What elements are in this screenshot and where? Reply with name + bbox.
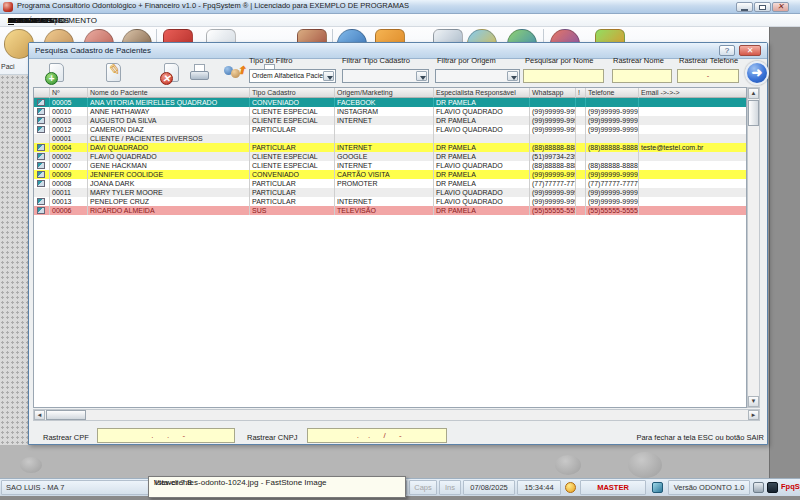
print-list-button[interactable] [187, 62, 213, 86]
table-row[interactable]: 00004DAVI QUADRADOPARTICULARINTERNETDR P… [34, 143, 746, 152]
toolbar-item-label: Paci [1, 63, 28, 70]
rastrear-cnpj-input[interactable]: . . / - [307, 428, 447, 443]
rastrear-cpf-label: Rastrear CPF [43, 433, 89, 442]
table-row[interactable]: 00006RICARDO ALMEIDASUSTELEVISÃODR PAMEL… [34, 206, 746, 215]
chevron-down-icon [323, 71, 334, 81]
edit-patient-button[interactable]: ✎ [101, 62, 127, 86]
status-date: 07/08/2025 [463, 480, 515, 495]
patient-photo-icon [37, 180, 45, 187]
delete-patient-button[interactable]: ✕ [159, 62, 185, 86]
help-button[interactable]: ? [719, 45, 735, 56]
table-row[interactable]: 00002FLAVIO QUADRADOCLIENTE ESPECIALGOOG… [34, 152, 746, 161]
scroll-down-icon[interactable]: ▼ [748, 396, 759, 407]
status-brand: FpqSystem [781, 480, 800, 495]
status-user: MASTER [580, 480, 646, 495]
table-row[interactable]: 00001CLIENTE / PACIENTES DIVERSOS [34, 134, 746, 143]
close-hint: Para fechar a tela ESC ou botão SAIR [484, 433, 764, 442]
table-row[interactable]: 00013PENELOPE CRUZPARTICULARINTERNETFLAV… [34, 197, 746, 206]
grid-body: 00005ANA VITORIA MEIRELLES QUADRADOCONVE… [34, 98, 746, 407]
table-row[interactable]: 00005ANA VITORIA MEIRELLES QUADRADOCONVE… [34, 98, 746, 107]
col-origem[interactable]: Origem/Marketing [335, 88, 434, 98]
menu-ajuda[interactable]: AJUDA [0, 14, 37, 25]
window-title: Pesquisa Cadastro de Pacientes [35, 46, 151, 55]
status-ins: Ins [439, 480, 461, 495]
mdi-background [0, 445, 769, 478]
horizontal-scrollbar[interactable]: ◄ ► [33, 409, 760, 421]
table-row[interactable]: 00011MARY TYLER MOOREPARTICULARFLAVIO QU… [34, 188, 746, 197]
patient-photo-icon [37, 126, 45, 133]
rastrear-telefone-input[interactable]: - [677, 69, 739, 83]
screen: Programa Consultório Odontológico + Fina… [0, 0, 800, 500]
status-version: Versão ODONTO 1.0 [668, 480, 750, 495]
tipo-filtro-select[interactable]: Ordem Alfabetica Paciente [249, 69, 336, 83]
background-blob [628, 452, 662, 478]
pesquisar-nome-input[interactable] [523, 69, 604, 83]
col-whatsapp[interactable]: Whatsapp [530, 88, 576, 98]
scroll-left-icon[interactable]: ◄ [34, 410, 45, 420]
col-tipo-cadastro[interactable]: Tipo Cadastro [250, 88, 335, 98]
table-row[interactable]: 00008JOANA DARKPARTICULARPROMOTERDR PAME… [34, 179, 746, 188]
background-blob [555, 455, 581, 475]
table-row[interactable]: 00010ANNE HATHAWAYCLIENTE ESPECIALINSTAG… [34, 107, 746, 116]
vertical-scroll-thumb[interactable] [748, 100, 759, 126]
col-numero[interactable]: Nº [50, 88, 88, 98]
network-icon [652, 482, 663, 493]
transfer-patients-button[interactable]: ⬆ [221, 62, 247, 86]
printer-icon [753, 482, 764, 493]
rastrear-cnpj-label: Rastrear CNPJ [247, 433, 297, 442]
patient-photo-icon [37, 207, 45, 214]
patient-photo-icon [37, 108, 45, 115]
patient-photo-icon [37, 198, 45, 205]
rastrear-nome-input[interactable] [612, 69, 672, 83]
vertical-scrollbar[interactable]: ▲ ▼ [747, 87, 760, 408]
grid-header: Nº Nome do Paciente Tipo Cadastro Origem… [34, 88, 746, 98]
pencil-icon: ✎ [107, 61, 120, 79]
up-arrow-icon: ⬆ [237, 64, 246, 77]
status-caps: Caps [409, 480, 437, 495]
clown-icon [565, 482, 576, 493]
close-button[interactable]: ✕ [772, 2, 789, 12]
menu-bar: CADASTROSAGENDAMENTOTABELA PREÇOSBOLETIM… [0, 14, 800, 27]
x-icon: ✕ [160, 72, 173, 85]
patient-photo-icon [37, 99, 45, 106]
background-blob [20, 457, 42, 473]
rastrear-cpf-input[interactable]: . . - [97, 428, 235, 443]
app-icon [3, 2, 13, 12]
patient-search-window: Pesquisa Cadastro de Pacientes ? ✕ + ✎ ✕… [28, 42, 768, 445]
scroll-up-icon[interactable]: ▲ [748, 88, 759, 99]
filtrar-origem-select[interactable] [435, 69, 520, 83]
patient-photo-icon [37, 162, 45, 169]
minimize-button[interactable] [736, 2, 753, 12]
search-go-button[interactable]: ➜ [745, 61, 769, 85]
table-row[interactable]: 00009JENNIFER COOLIDGECONVENIADOCARTÃO V… [34, 170, 746, 179]
filtrar-origem-label: Filtrar por Origem [437, 56, 496, 65]
col-especialista[interactable]: Especialista Responsável [434, 88, 530, 98]
plus-icon: + [45, 72, 58, 85]
patient-photo-icon [37, 153, 45, 160]
chevron-down-icon [416, 71, 427, 81]
filtrar-tipo-cadastro-label: Filtrar Tipo Cadastro [342, 56, 410, 65]
patients-grid: Nº Nome do Paciente Tipo Cadastro Origem… [33, 87, 747, 408]
window-close-button[interactable]: ✕ [739, 45, 761, 56]
tooltip: lista-clientes-odonto-1024.jpg - FastSto… [148, 476, 406, 498]
horizontal-scroll-thumb[interactable] [46, 410, 86, 420]
col-nome[interactable]: Nome do Paciente [88, 88, 250, 98]
add-patient-button[interactable]: + [44, 62, 70, 86]
rastrear-telefone-label: Rastrear Telefone [679, 56, 738, 65]
table-row[interactable]: 00007GENE HACKMANCLIENTE ESPECIALINTERNE… [34, 161, 746, 170]
table-row[interactable]: 00012CAMERON DIAZPARTICULARFLAVIO QUADRA… [34, 125, 746, 134]
rastrear-nome-label: Rastrear Nome [613, 56, 664, 65]
pesquisar-nome-label: Pesquisar por Nome [525, 56, 593, 65]
patient-photo-icon [37, 144, 45, 151]
col-alerta[interactable]: ! [576, 88, 586, 98]
col-icon[interactable] [34, 88, 50, 98]
col-email[interactable]: Email ->->-> [639, 88, 746, 98]
restore-button[interactable] [754, 2, 771, 12]
filtrar-tipo-cadastro-select[interactable] [342, 69, 429, 83]
table-row[interactable]: 00003AUGUSTO DA SILVACLIENTE ESPECIALINT… [34, 116, 746, 125]
tooltip-line2: Viewer 7.8 [154, 478, 192, 488]
app-title-bar: Programa Consultório Odontológico + Fina… [0, 0, 800, 14]
tipo-filtro-value: Ordem Alfabetica Paciente [252, 72, 332, 79]
scroll-right-icon[interactable]: ► [748, 410, 759, 420]
col-telefone[interactable]: Telefone [586, 88, 639, 98]
